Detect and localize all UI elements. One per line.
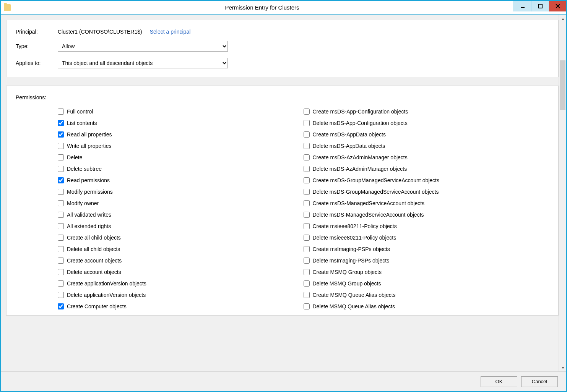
permission-label[interactable]: Delete MSMQ Group objects xyxy=(313,280,381,287)
permission-item: Create MSMQ Queue Alias objects xyxy=(304,289,549,301)
permission-label[interactable]: Create account objects xyxy=(67,258,122,264)
ok-button[interactable]: OK xyxy=(481,376,517,387)
scroll-thumb[interactable] xyxy=(560,60,565,110)
permission-checkbox[interactable] xyxy=(58,131,64,138)
permission-checkbox[interactable] xyxy=(304,200,310,206)
permission-label[interactable]: Delete subtree xyxy=(67,166,102,172)
minimize-button[interactable] xyxy=(513,1,531,11)
permission-label[interactable]: All extended rights xyxy=(67,223,111,229)
type-select[interactable]: Allow xyxy=(58,41,228,52)
permission-checkbox[interactable] xyxy=(58,200,64,206)
permission-checkbox[interactable] xyxy=(58,177,64,183)
permission-checkbox[interactable] xyxy=(58,269,64,275)
permission-checkbox[interactable] xyxy=(304,131,310,138)
permission-item: Delete MSMQ Group objects xyxy=(304,278,549,289)
permission-label[interactable]: Delete msImaging-PSPs objects xyxy=(313,258,390,264)
permission-label[interactable]: Create applicationVersion objects xyxy=(67,280,146,287)
permission-label[interactable]: Create msDS-AppData objects xyxy=(313,131,386,138)
permission-item: Delete msImaging-PSPs objects xyxy=(304,255,549,266)
permission-checkbox[interactable] xyxy=(304,177,310,183)
applies-to-select[interactable]: This object and all descendant objects xyxy=(58,58,228,68)
permission-item: Create msDS-AppData objects xyxy=(304,129,549,140)
permission-checkbox[interactable] xyxy=(58,303,64,309)
permission-label[interactable]: Delete all child objects xyxy=(67,246,120,252)
permission-checkbox[interactable] xyxy=(58,120,64,126)
permission-checkbox[interactable] xyxy=(304,166,310,172)
applies-to-label: Applies to: xyxy=(16,60,58,66)
select-principal-link[interactable]: Select a principal xyxy=(150,29,191,35)
permission-checkbox[interactable] xyxy=(304,120,310,126)
permission-label[interactable]: Delete msDS-AzAdminManager objects xyxy=(313,166,407,172)
permission-item: Create msDS-App-Configuration objects xyxy=(304,106,549,117)
permission-checkbox[interactable] xyxy=(58,246,64,252)
permission-label[interactable]: Create msDS-App-Configuration objects xyxy=(313,109,408,115)
permission-item: Create applicationVersion objects xyxy=(58,278,304,289)
permission-checkbox[interactable] xyxy=(304,143,310,149)
permission-checkbox[interactable] xyxy=(304,246,310,252)
permission-label[interactable]: Delete msDS-GroupManagedServiceAccount o… xyxy=(313,189,439,195)
permission-item: Modify owner xyxy=(58,198,304,209)
permission-label[interactable]: Delete account objects xyxy=(67,269,121,275)
vertical-scrollbar[interactable]: ▴ ▾ xyxy=(559,15,566,371)
permission-label[interactable]: Delete msDS-ManagedServiceAccount object… xyxy=(313,212,424,218)
permission-label[interactable]: Write all properties xyxy=(67,143,111,149)
permission-label[interactable]: Create all child objects xyxy=(67,235,121,241)
titlebar[interactable]: Permission Entry for Clusters xyxy=(1,1,566,15)
permission-label[interactable]: Create msImaging-PSPs objects xyxy=(313,246,390,252)
permission-label[interactable]: Delete xyxy=(67,154,82,160)
permission-checkbox[interactable] xyxy=(304,154,310,160)
permission-checkbox[interactable] xyxy=(58,154,64,160)
permission-checkbox[interactable] xyxy=(304,235,310,241)
permission-checkbox[interactable] xyxy=(304,303,310,309)
permission-item: Create msImaging-PSPs objects xyxy=(304,243,549,255)
permission-label[interactable]: Delete msDS-AppData objects xyxy=(313,143,385,149)
permission-label[interactable]: Create msDS-AzAdminManager objects xyxy=(313,154,408,160)
permission-label[interactable]: List contents xyxy=(67,120,97,126)
permission-checkbox[interactable] xyxy=(58,212,64,218)
permission-checkbox[interactable] xyxy=(304,109,310,115)
permission-item: Create Computer objects xyxy=(58,301,304,312)
scroll-up-arrow-icon[interactable]: ▴ xyxy=(559,15,566,22)
permission-label[interactable]: Create MSMQ Group objects xyxy=(313,269,382,275)
permission-entry-window: Permission Entry for Clusters Principal:… xyxy=(0,0,567,392)
permission-label[interactable]: Create MSMQ Queue Alias objects xyxy=(313,292,396,298)
permission-checkbox[interactable] xyxy=(58,143,64,149)
permission-checkbox[interactable] xyxy=(304,223,310,229)
permission-checkbox[interactable] xyxy=(58,223,64,229)
permission-label[interactable]: Modify owner xyxy=(67,200,99,206)
permission-label[interactable]: All validated writes xyxy=(67,212,111,218)
permission-checkbox[interactable] xyxy=(304,189,310,195)
permission-checkbox[interactable] xyxy=(304,269,310,275)
permission-checkbox[interactable] xyxy=(304,258,310,264)
permission-label[interactable]: Read permissions xyxy=(67,177,110,183)
permission-label[interactable]: Delete MSMQ Queue Alias objects xyxy=(313,303,395,309)
permission-checkbox[interactable] xyxy=(58,166,64,172)
permission-label[interactable]: Read all properties xyxy=(67,131,112,138)
close-button[interactable] xyxy=(549,1,566,11)
permission-checkbox[interactable] xyxy=(304,212,310,218)
permission-checkbox[interactable] xyxy=(58,280,64,287)
maximize-button[interactable] xyxy=(531,1,549,11)
permission-checkbox[interactable] xyxy=(58,292,64,298)
permission-label[interactable]: Delete msieee80211-Policy objects xyxy=(313,235,396,241)
permission-item: Read all properties xyxy=(58,129,304,140)
permission-label[interactable]: Modify permissions xyxy=(67,189,113,195)
permission-checkbox[interactable] xyxy=(304,280,310,287)
permission-label[interactable]: Create msDS-GroupManagedServiceAccount o… xyxy=(313,177,440,183)
permission-label[interactable]: Create msieee80211-Policy objects xyxy=(313,223,397,229)
permission-checkbox[interactable] xyxy=(58,258,64,264)
permission-label[interactable]: Create Computer objects xyxy=(67,303,127,309)
permission-label[interactable]: Delete applicationVersion objects xyxy=(67,292,146,298)
permissions-column-right: Create msDS-App-Configuration objectsDel… xyxy=(304,106,549,312)
permission-label[interactable]: Create msDS-ManagedServiceAccount object… xyxy=(313,200,425,206)
permission-checkbox[interactable] xyxy=(304,292,310,298)
permission-label[interactable]: Delete msDS-App-Configuration objects xyxy=(313,120,408,126)
permission-item: List contents xyxy=(58,117,304,129)
scroll-down-arrow-icon[interactable]: ▾ xyxy=(559,364,566,371)
permission-label[interactable]: Full control xyxy=(67,109,93,115)
permission-checkbox[interactable] xyxy=(58,235,64,241)
header-panel: Principal: Cluster1 (CONTOSO\CLUSTER1$) … xyxy=(6,20,559,77)
permission-checkbox[interactable] xyxy=(58,189,64,195)
permission-checkbox[interactable] xyxy=(58,109,64,115)
cancel-button[interactable]: Cancel xyxy=(521,376,558,387)
